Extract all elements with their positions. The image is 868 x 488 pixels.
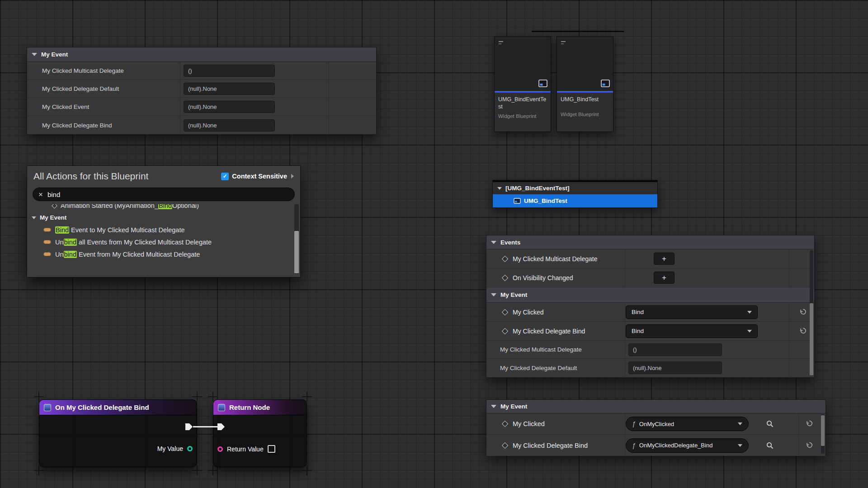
- clear-search-icon[interactable]: ×: [38, 191, 43, 198]
- event-row: My Clicked Multicast Delegate +: [486, 249, 814, 268]
- column-splitter[interactable]: [625, 268, 625, 287]
- column-splitter[interactable]: [625, 435, 625, 456]
- details-panel-right: Events My Clicked Multicast Delegate + O…: [486, 235, 815, 378]
- browse-to-function-icon[interactable]: [766, 420, 774, 428]
- details-panel-my-event: My Event My Clicked Multicast Delegate (…: [27, 47, 377, 135]
- reset-to-default-button[interactable]: [799, 308, 807, 316]
- column-splitter[interactable]: [625, 249, 625, 268]
- column-splitter[interactable]: [180, 116, 180, 134]
- column-splitter[interactable]: [625, 359, 625, 377]
- chevron-down-icon: [747, 311, 752, 314]
- property-label: My Clicked Delegate Default: [486, 365, 577, 371]
- asset-type: Widget Blueprint: [557, 110, 613, 121]
- column-splitter[interactable]: [180, 98, 180, 116]
- actions-category-my-event[interactable]: My Event: [27, 211, 300, 224]
- context-sensitive-label: Context Sensitive: [232, 173, 287, 180]
- bool-default-checkbox[interactable]: [268, 445, 275, 453]
- delegate-row: My Clicked Bind: [486, 303, 814, 322]
- scrollbar-thumb[interactable]: [810, 303, 813, 376]
- reset-to-default-button[interactable]: [799, 327, 807, 335]
- scrollbar-thumb[interactable]: [821, 415, 825, 447]
- column-splitter[interactable]: [625, 413, 625, 434]
- dropdown-value: OnMyClickedDelegate_Bind: [639, 442, 734, 449]
- chevron-right-icon[interactable]: [291, 174, 294, 178]
- all-actions-popup: All Actions for this Blueprint ✓ Context…: [27, 165, 301, 277]
- value-field[interactable]: (): [628, 343, 722, 356]
- search-input[interactable]: × bind: [33, 188, 295, 201]
- category-header-my-event[interactable]: My Event: [486, 287, 814, 303]
- event-icon: [502, 328, 508, 334]
- column-splitter[interactable]: [180, 62, 180, 80]
- list-item-bind-event[interactable]: Bind Event to My Clicked Multicast Deleg…: [27, 224, 300, 236]
- node-header[interactable]: On My Clicked Delegate Bind: [39, 400, 197, 415]
- property-label: My Clicked Delegate Default: [27, 85, 119, 92]
- column-splitter[interactable]: [625, 322, 625, 340]
- add-event-button[interactable]: +: [654, 253, 675, 265]
- column-splitter: [329, 116, 329, 134]
- value-field[interactable]: (null).None: [184, 119, 275, 131]
- checkbox-checked-icon[interactable]: ✓: [221, 173, 229, 180]
- bound-function-dropdown[interactable]: ƒ OnMyClicked: [626, 417, 749, 431]
- asset-tile-umg-bindtest[interactable]: UMG_BindTest Widget Blueprint: [557, 36, 613, 132]
- column-splitter: [789, 303, 789, 321]
- exec-output-pin[interactable]: [185, 423, 193, 430]
- column-splitter[interactable]: [625, 341, 625, 358]
- bind-function-dropdown[interactable]: Bind: [626, 305, 758, 319]
- dropdown-value: Bind: [632, 309, 744, 315]
- value-output-pin[interactable]: [187, 446, 193, 451]
- action-text: Unbind all Events from My Clicked Multic…: [55, 239, 212, 246]
- chevron-down-icon[interactable]: [497, 187, 502, 190]
- plus-icon: +: [662, 273, 666, 282]
- category-title: Events: [500, 239, 520, 246]
- bind-function-dropdown[interactable]: Bind: [626, 324, 758, 338]
- value-field[interactable]: (null).None: [184, 101, 275, 113]
- reset-to-default-button[interactable]: [806, 441, 814, 450]
- dropdown-value: Bind: [632, 328, 744, 334]
- exec-input-pin[interactable]: [217, 423, 225, 430]
- list-item-clipped[interactable]: Animation Started (MyAnimation_BindOptio…: [27, 204, 300, 211]
- node-header[interactable]: Return Node: [213, 400, 307, 415]
- category-header-events[interactable]: Events: [486, 235, 814, 249]
- window-edge-line: [532, 31, 624, 32]
- column-splitter[interactable]: [625, 303, 625, 321]
- context-sensitive-toggle[interactable]: ✓ Context Sensitive: [221, 173, 294, 180]
- event-icon: [502, 442, 508, 448]
- bound-function-dropdown[interactable]: ƒ OnMyClickedDelegate_Bind: [626, 438, 749, 453]
- chevron-down-icon: [32, 216, 36, 219]
- chevron-down-icon: [491, 293, 496, 296]
- column-splitter: [329, 62, 329, 80]
- event-label: My Clicked: [513, 420, 545, 427]
- action-text: Animation Started (MyAnimation_BindOptio…: [61, 204, 199, 209]
- thumbnail-detail: [561, 41, 566, 42]
- hierarchy-selected-row[interactable]: UMG_BindTest: [493, 194, 657, 207]
- value-field[interactable]: (): [184, 65, 275, 77]
- value-input-pin[interactable]: [217, 446, 223, 452]
- action-text: Unbind Event from My Clicked Multicast D…: [55, 251, 200, 258]
- list-item-unbind-all[interactable]: Unbind all Events from My Clicked Multic…: [27, 236, 300, 248]
- scrollbar[interactable]: [294, 204, 299, 274]
- category-header-my-event[interactable]: My Event: [27, 47, 376, 62]
- browse-to-function-icon[interactable]: [766, 441, 774, 450]
- list-item-unbind-event[interactable]: Unbind Event from My Clicked Multicast D…: [27, 248, 300, 260]
- scrollbar[interactable]: [821, 414, 825, 454]
- value-field[interactable]: (null).None: [184, 83, 275, 95]
- pin-label: Return Value: [227, 446, 264, 453]
- column-splitter[interactable]: [180, 80, 180, 98]
- asset-tile-umg-bindeventtest[interactable]: UMG_BindEventTest Widget Blueprint: [494, 36, 551, 132]
- value-field[interactable]: (null).None: [628, 361, 722, 374]
- node-on-my-clicked-delegate-bind[interactable]: On My Clicked Delegate Bind My Value: [39, 399, 197, 467]
- actions-list: Animation Started (MyAnimation_BindOptio…: [27, 204, 300, 276]
- thumbnail-detail: [561, 43, 564, 44]
- property-row: My Clicked Multicast Delegate (): [27, 62, 376, 80]
- asset-thumbnail: [557, 37, 613, 91]
- hierarchy-root-row[interactable]: [UMG_BindEventTest]: [493, 182, 657, 194]
- property-row: My Clicked Event (null).None: [27, 98, 376, 116]
- event-label: My Clicked Delegate Bind: [513, 442, 588, 449]
- function-icon: ƒ: [632, 420, 636, 427]
- scrollbar[interactable]: [810, 250, 813, 376]
- add-event-button[interactable]: +: [654, 272, 675, 284]
- category-header-my-event[interactable]: My Event: [486, 400, 826, 413]
- reset-to-default-button[interactable]: [806, 420, 814, 428]
- scrollbar-thumb[interactable]: [294, 231, 299, 274]
- node-return-node[interactable]: Return Node Return Value: [213, 399, 307, 467]
